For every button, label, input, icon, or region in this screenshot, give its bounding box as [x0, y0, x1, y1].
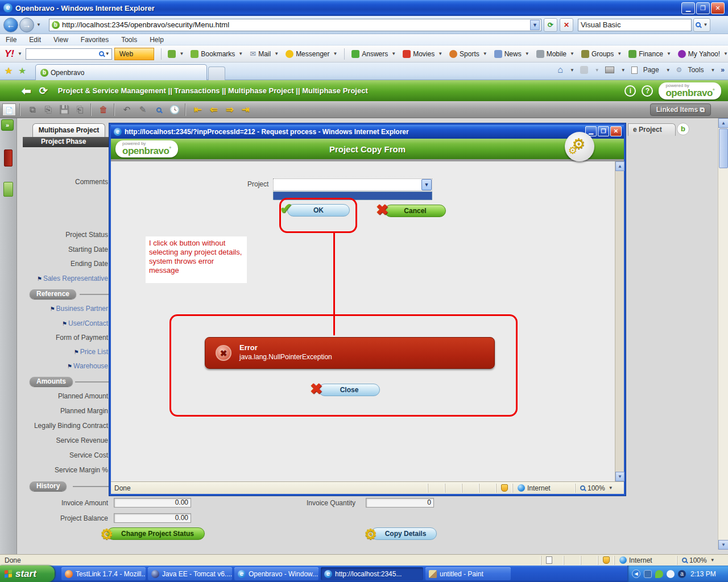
yahoo-search-input[interactable]: ▼ — [26, 48, 112, 60]
refresh-button[interactable]: ⟳ — [544, 18, 557, 32]
address-dropdown-icon[interactable]: ▼ — [530, 20, 540, 30]
green-grid-icon[interactable] — [3, 182, 13, 197]
invoice-quantity-field[interactable]: 0 — [366, 498, 434, 508]
yahoo-mobile-button[interactable]: Mobile▼ — [536, 50, 574, 58]
copy-details-button[interactable]: ⚙Copy Details — [371, 527, 437, 540]
search-button[interactable]: ▼ — [693, 18, 710, 32]
popup-scroll-up-icon[interactable]: ▲ — [615, 161, 624, 171]
home-caret-icon[interactable]: ▼ — [570, 68, 574, 73]
browser-tab-openbravo[interactable]: b Openbravo — [35, 64, 207, 80]
home-icon[interactable]: ⌂ — [557, 65, 563, 75]
yahoo-my-web-button[interactable]: ▼ — [168, 50, 184, 58]
field-link-label[interactable]: ⚑User/Contact — [17, 319, 108, 327]
address-bar[interactable]: b http://localhost:2345/openbravo/securi… — [49, 19, 541, 31]
taskbar-item-openbravo[interactable]: e Openbravo - Window... — [234, 567, 318, 580]
taskbar-item-localhost[interactable]: e http://localhost:2345... — [321, 567, 423, 580]
popup-scrollbar[interactable]: ▲ ▼ — [615, 161, 624, 481]
previous-record-icon[interactable]: ⇐ — [207, 103, 221, 116]
expand-menu-button[interactable]: » — [1, 119, 14, 131]
tools-caret-icon[interactable]: ▼ — [710, 68, 715, 73]
yahoo-groups-button[interactable]: Groups▼ — [581, 50, 622, 58]
info-icon[interactable]: i — [624, 85, 636, 97]
project-balance-field[interactable]: 0.00 — [114, 513, 191, 523]
stop-button[interactable]: ✕ — [560, 18, 573, 32]
last-record-icon[interactable]: ⇥ — [239, 103, 253, 116]
yahoo-news-button[interactable]: News▼ — [494, 50, 530, 58]
scroll-up-icon[interactable]: ▲ — [718, 118, 728, 128]
yahoo-bookmarks-button[interactable]: Bookmarks▼ — [191, 50, 243, 58]
delete-icon[interactable]: 🗑 — [97, 103, 110, 116]
menu-help[interactable]: Help — [150, 36, 164, 44]
yahoo-finance-button[interactable]: Finance▼ — [628, 50, 671, 58]
tab-partial-right[interactable]: e Project — [628, 123, 676, 136]
messenger-status-icon[interactable] — [655, 570, 663, 578]
maximize-button[interactable]: ❐ — [696, 2, 710, 14]
chevron-down-icon[interactable]: ▼ — [421, 179, 432, 190]
close-button[interactable]: ✕ — [711, 2, 725, 14]
invoice-amount-field[interactable]: 0.00 — [114, 498, 191, 508]
more-toolbar-chevron[interactable]: » — [721, 66, 725, 74]
yahoo-search-caret-icon[interactable]: ▼ — [105, 51, 110, 56]
new-record-icon[interactable]: 📄 — [2, 103, 16, 116]
red-notebook-icon[interactable] — [4, 149, 13, 167]
zoom-caret-icon[interactable]: ▼ — [609, 485, 613, 490]
audit-icon[interactable]: 🕓 — [168, 103, 181, 116]
menu-tools[interactable]: Tools — [121, 36, 137, 44]
section-reference[interactable]: Reference — [30, 289, 76, 299]
popup-maximize-button[interactable]: ❐ — [598, 126, 609, 136]
start-button[interactable]: start — [0, 566, 55, 582]
menu-file[interactable]: File — [6, 36, 16, 44]
yahoo-mail-button[interactable]: ✉Mail▼ — [250, 49, 279, 58]
taskbar-item-eclipse[interactable]: Java EE - Tomcat v6.... — [148, 567, 232, 580]
next-record-icon[interactable]: ⇒ — [223, 103, 237, 116]
yahoo-logo[interactable]: Y! — [5, 48, 14, 60]
attachment-icon[interactable]: ✎ — [136, 103, 150, 116]
change-project-status-button[interactable]: ⚙Change Project Status — [107, 527, 205, 540]
section-history[interactable]: History — [30, 481, 67, 491]
menu-view[interactable]: View — [53, 36, 68, 44]
field-link-label[interactable]: ⚑Business Partner — [17, 305, 108, 313]
add-favorite-icon[interactable]: ★ — [18, 65, 26, 76]
main-scrollbar[interactable]: ▲ ▼ — [718, 118, 728, 550]
project-select[interactable]: ▼ — [273, 178, 432, 191]
tray-collapse-icon[interactable]: ◀ — [632, 569, 640, 578]
updates-icon[interactable]: a — [678, 570, 686, 578]
yahoo-answers-button[interactable]: Answers▼ — [351, 50, 396, 58]
scroll-thumb[interactable] — [719, 128, 728, 168]
scroll-down-icon[interactable]: ▼ — [718, 540, 728, 550]
page-caret-icon[interactable]: ▼ — [666, 68, 671, 73]
web-search-button[interactable]: Web Search — [114, 48, 154, 60]
menu-edit[interactable]: Edit — [29, 36, 41, 44]
taskbar-item-paint[interactable]: untitled - Paint — [425, 567, 511, 580]
back-button[interactable]: ← — [3, 18, 18, 32]
popup-scroll-down-icon[interactable]: ▼ — [615, 472, 624, 481]
search-options-icon[interactable]: ▼ — [703, 22, 708, 27]
tab-project-phase[interactable]: Project Phase — [23, 137, 109, 147]
new-tab-button[interactable] — [208, 66, 225, 80]
cancel-button[interactable]: ✖ Cancel — [384, 205, 446, 217]
minimize-button[interactable]: ▁ — [681, 2, 695, 14]
app-refresh-icon[interactable]: ⟳ — [39, 85, 48, 97]
yahoo-movies-button[interactable]: Movies▼ — [403, 50, 442, 58]
tools-menu[interactable]: Tools — [688, 66, 704, 74]
page-menu[interactable]: Page — [643, 66, 659, 74]
zoom-caret-icon[interactable]: ▼ — [710, 558, 715, 563]
field-link-label[interactable]: ⚑Warehouse — [17, 362, 108, 370]
app-back-icon[interactable]: ⬅ — [22, 84, 31, 98]
yahoo-logo-caret-icon[interactable]: ▼ — [18, 51, 22, 56]
clock[interactable]: 2:13 PM — [690, 570, 716, 578]
balloon-icon[interactable] — [667, 570, 675, 578]
menu-favorites[interactable]: Favorites — [81, 36, 109, 44]
help-icon[interactable]: ? — [642, 85, 653, 97]
print-icon[interactable] — [605, 66, 614, 73]
grid-search-icon[interactable] — [152, 103, 166, 116]
history-dropdown-icon[interactable]: ▼ — [36, 22, 41, 27]
field-link-label[interactable]: ⚑Price List — [17, 348, 108, 356]
popup-zoom-level[interactable]: 100% — [588, 484, 605, 492]
display-settings-icon[interactable] — [644, 570, 652, 578]
forward-button[interactable]: → — [19, 18, 34, 32]
zoom-level[interactable]: 100% — [689, 556, 707, 564]
print-caret-icon[interactable]: ▼ — [621, 68, 626, 73]
yahoo-messenger-button[interactable]: Messenger▼ — [286, 50, 337, 58]
address-url[interactable]: http://localhost:2345/openbravo/security… — [62, 20, 530, 29]
